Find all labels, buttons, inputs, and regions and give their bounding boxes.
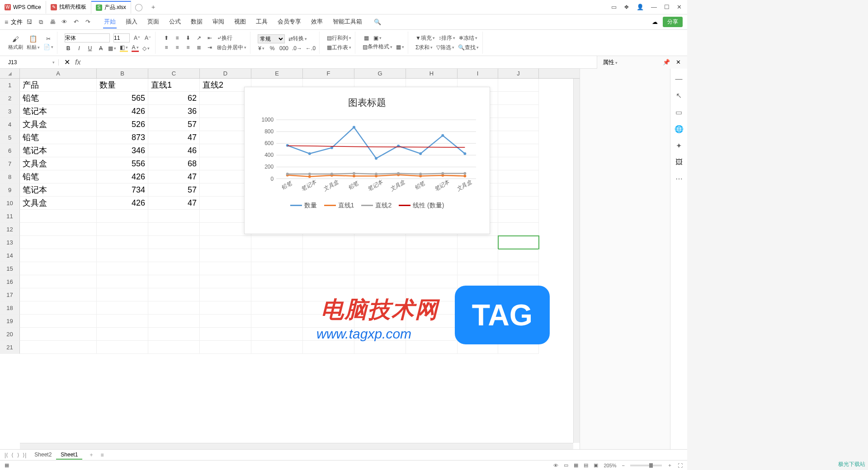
row-header[interactable]: 10 (0, 197, 20, 210)
cell[interactable] (97, 210, 148, 223)
cell[interactable]: 556 (97, 157, 148, 170)
cell[interactable] (406, 262, 458, 275)
comma-icon[interactable]: 000 (279, 45, 288, 52)
cell[interactable]: 笔记本 (20, 183, 97, 197)
style-tool-icon[interactable]: ▭ (675, 108, 682, 117)
cell[interactable] (200, 236, 251, 249)
sum-button[interactable]: Σ求和 (415, 44, 433, 52)
cell[interactable] (406, 249, 458, 262)
cell[interactable] (148, 275, 200, 288)
cell[interactable] (498, 79, 539, 92)
hamburger-icon[interactable]: ≡ (5, 19, 8, 26)
cell[interactable] (148, 210, 200, 223)
column-headers[interactable]: ◢ABCDEFGHIJ (0, 69, 580, 79)
cell[interactable]: 426 (97, 105, 148, 118)
bold-icon[interactable]: B (65, 45, 72, 52)
cell[interactable] (498, 301, 539, 315)
row-header[interactable]: 21 (0, 341, 20, 354)
cell[interactable] (251, 328, 303, 341)
cell[interactable]: 426 (97, 197, 148, 210)
cube-icon[interactable]: ❖ (624, 4, 629, 10)
cell[interactable] (498, 144, 539, 157)
horizontal-scrollbar[interactable] (20, 443, 573, 449)
indent-inc-icon[interactable]: ⇥ (206, 44, 213, 51)
format-painter-button[interactable]: 🖌格式刷 (8, 35, 23, 51)
cell[interactable] (354, 249, 406, 262)
cell[interactable]: 57 (148, 183, 200, 197)
row-header[interactable]: 16 (0, 275, 20, 288)
cell[interactable] (303, 315, 354, 328)
cancel-fx-icon[interactable]: ✕ (63, 58, 71, 66)
row-header[interactable]: 20 (0, 328, 20, 341)
cell[interactable]: 46 (148, 144, 200, 157)
cell[interactable]: 47 (148, 170, 200, 183)
menu-tab-数据[interactable]: 数据 (190, 16, 203, 28)
row-header[interactable]: 9 (0, 183, 20, 197)
select-all-corner[interactable]: ◢ (0, 69, 20, 78)
menu-tab-智能工具箱[interactable]: 智能工具箱 (332, 16, 363, 28)
cell[interactable] (200, 223, 251, 236)
sheet-tab-Sheet1[interactable]: Sheet1 (56, 451, 82, 460)
cell[interactable] (20, 262, 97, 275)
format-table-icon[interactable]: ▦ (396, 44, 404, 50)
cell[interactable] (148, 315, 200, 328)
cell[interactable] (20, 236, 97, 249)
justify-icon[interactable]: ≣ (195, 44, 203, 51)
maximize-button[interactable]: ☐ (664, 4, 670, 10)
eye-icon[interactable]: 👁 (553, 463, 558, 468)
menu-tab-审阅[interactable]: 审阅 (212, 16, 225, 28)
collapse-icon[interactable]: — (675, 75, 683, 83)
cell[interactable]: 数量 (97, 79, 148, 92)
title-tab[interactable]: S产品.xlsx (91, 1, 131, 14)
cell[interactable] (200, 275, 251, 288)
legend-item[interactable]: 直线1 (324, 202, 354, 210)
cell[interactable] (303, 341, 354, 354)
cell[interactable] (303, 328, 354, 341)
cell[interactable] (406, 315, 458, 328)
dec-dec-icon[interactable]: ←.0 (306, 45, 316, 52)
legend-item[interactable]: 直线2 (361, 202, 392, 210)
zoom-in-icon[interactable]: ＋ (667, 462, 672, 469)
row-header[interactable]: 4 (0, 118, 20, 131)
dec-inc-icon[interactable]: .0→ (292, 45, 302, 52)
fill-button[interactable]: ▼填充 (415, 34, 435, 42)
wrap-text-button[interactable]: ⤶换行 (217, 34, 232, 42)
cell[interactable] (458, 262, 498, 275)
sheet-list-icon[interactable]: ≡ (100, 452, 104, 458)
close-button[interactable]: ✕ (677, 4, 682, 10)
currency-icon[interactable]: ¥ (258, 45, 265, 52)
undo-icon[interactable]: ↶ (72, 19, 80, 26)
pin-icon[interactable]: 📌 (663, 59, 670, 66)
cell[interactable] (458, 315, 498, 328)
zoom-slider[interactable] (630, 465, 662, 466)
new-tab-button[interactable]: ＋ (146, 3, 160, 11)
font-family-combo[interactable] (65, 33, 110, 42)
cell[interactable] (354, 301, 406, 315)
chart-title[interactable]: 图表标题 (249, 96, 485, 109)
name-box[interactable]: J13▾ (5, 59, 59, 66)
row-header[interactable]: 18 (0, 301, 20, 315)
freeze-button[interactable]: ❄冻结 (459, 34, 477, 42)
cell[interactable] (251, 288, 303, 301)
cell[interactable] (200, 262, 251, 275)
cell[interactable] (406, 341, 458, 354)
menu-tab-公式[interactable]: 公式 (168, 16, 182, 28)
convert-button[interactable]: ⇄转换 (288, 35, 307, 42)
cell[interactable]: 68 (148, 157, 200, 170)
cell[interactable]: 产品 (20, 79, 97, 92)
cell[interactable] (97, 288, 148, 301)
filter-button[interactable]: ▽筛选 (436, 44, 454, 52)
cell[interactable] (20, 288, 97, 301)
cell[interactable] (251, 249, 303, 262)
cell[interactable] (200, 170, 251, 183)
italic-icon[interactable]: I (75, 45, 83, 52)
col-header-E[interactable]: E (251, 69, 303, 78)
cell[interactable] (303, 275, 354, 288)
clear-format-icon[interactable]: ◇ (142, 45, 150, 52)
menu-tab-页面[interactable]: 页面 (146, 16, 160, 28)
minimize-button[interactable]: — (651, 4, 657, 10)
menu-tab-开始[interactable]: 开始 (103, 16, 117, 28)
cell[interactable] (458, 249, 498, 262)
cell[interactable] (148, 288, 200, 301)
col-header-H[interactable]: H (406, 69, 458, 78)
